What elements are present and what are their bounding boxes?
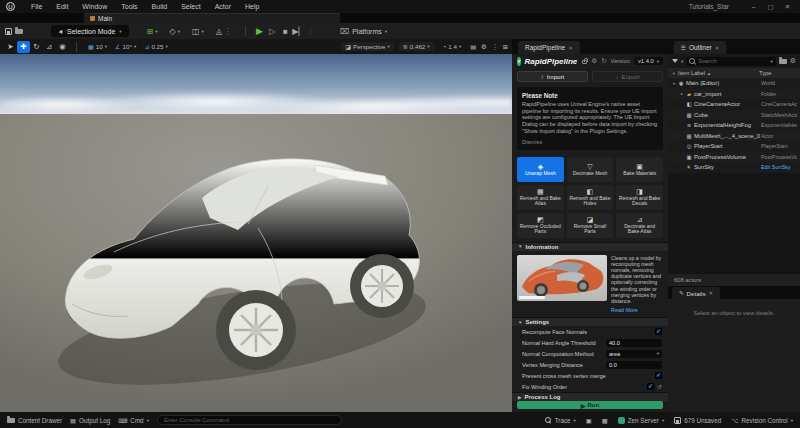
maximize-viewport-icon[interactable]: ⊞ xyxy=(503,43,508,50)
menu-item[interactable]: File xyxy=(24,0,49,13)
outliner-column-header[interactable]: ◐ Item Label ▲ Type xyxy=(668,68,800,78)
outliner-settings-icon[interactable]: ⚙ xyxy=(790,57,796,65)
minimize-button[interactable]: – xyxy=(745,0,762,13)
setting-dropdown[interactable]: area▾ xyxy=(606,350,662,358)
scale-snap-toggle[interactable]: ⊿0.25▾ xyxy=(144,43,168,50)
blueprints-button[interactable]: ◇▾ xyxy=(170,27,180,36)
setting-checkbox[interactable]: ✓ xyxy=(655,328,662,335)
outliner-row[interactable]: ▸ ▰ car_import Folder xyxy=(668,89,800,100)
exposure-dropdown[interactable]: ≋0.462▾ xyxy=(399,42,434,51)
actor-label[interactable]: CineCameraActor xyxy=(694,101,761,107)
setting-value-field[interactable]: 0.0 xyxy=(606,361,662,369)
platforms-dropdown[interactable]: ⌧ Platforms ▾ xyxy=(340,27,387,36)
console-command-box[interactable] xyxy=(157,415,342,425)
output-log-button[interactable]: ▤ Output Log xyxy=(70,417,110,424)
actor-label[interactable]: PlayerStart xyxy=(694,143,761,149)
preset-button[interactable]: ◨ Remesh and Bake Decals xyxy=(616,185,663,210)
trace-dropdown[interactable]: Trace ▾ xyxy=(545,417,576,424)
actor-label[interactable]: Main (Editor) xyxy=(686,80,761,86)
outliner-row[interactable]: ▦ Cube StaticMeshActor xyxy=(668,110,800,121)
preset-button[interactable]: ◧ Remesh and Bake Holes xyxy=(567,185,614,210)
menu-item[interactable]: Edit xyxy=(49,0,75,13)
tab-rapidpipeline[interactable]: RapidPipeline ✕ xyxy=(518,41,580,54)
selection-mode-dropdown[interactable]: ➤ Selection Mode ▾ xyxy=(51,25,129,37)
setting-checkbox[interactable]: ✓ xyxy=(655,372,662,379)
cinematics-button[interactable]: ◫▾ xyxy=(192,27,204,36)
filter-funnel-icon[interactable] xyxy=(672,59,678,63)
perspective-dropdown[interactable]: ◪Perspective▾ xyxy=(341,42,393,51)
save-icon[interactable] xyxy=(5,28,12,35)
content-browser-icon[interactable] xyxy=(15,29,23,34)
menu-item[interactable]: Build xyxy=(145,0,175,13)
scale-tool-button[interactable]: ⊿ xyxy=(43,41,56,53)
setting-value-field[interactable]: 40.0 xyxy=(606,339,662,347)
tab-outliner[interactable]: ☰ Outliner ✕ xyxy=(674,41,726,54)
editor-modes-button[interactable]: ◬⋮ xyxy=(216,27,232,36)
setting-checkbox[interactable]: ✓ xyxy=(647,383,654,390)
settings-section-header[interactable]: ▼ Settings xyxy=(512,317,668,326)
car-model[interactable] xyxy=(52,136,432,386)
information-section-header[interactable]: ▼ Information xyxy=(512,242,668,251)
viewport-3d[interactable] xyxy=(0,54,512,412)
skip-button[interactable]: ▶▏ xyxy=(292,27,305,36)
menu-item[interactable]: Actor xyxy=(208,0,238,13)
outliner-row[interactable]: ☀ SunSky Edit SunSky xyxy=(668,162,800,173)
screenshot-icon[interactable]: ▤ xyxy=(470,43,476,50)
actor-label[interactable]: SunSky xyxy=(694,164,761,170)
zen-server-status[interactable]: Zen Server ▾ xyxy=(618,417,664,424)
camera-speed-control[interactable]: ◔1.4▾ xyxy=(443,43,462,50)
actor-label[interactable]: car_import xyxy=(694,91,761,97)
outliner-row[interactable]: ▣ PostProcessVolume PostProcessVolume xyxy=(668,152,800,163)
close-button[interactable]: ✕ xyxy=(779,0,796,13)
move-tool-button[interactable]: ✚ xyxy=(17,41,30,53)
package-icon[interactable]: ▦ xyxy=(602,417,608,424)
dismiss-link[interactable]: Dismiss xyxy=(522,139,658,145)
menu-item[interactable]: Tools xyxy=(114,0,144,13)
preset-button[interactable]: ◩ Remove Occluded Parts xyxy=(517,213,564,238)
play-options-dots[interactable]: ⋮ xyxy=(307,27,314,35)
close-tab-icon[interactable]: ✕ xyxy=(715,45,720,51)
select-tool-button[interactable]: ➤ xyxy=(4,41,17,53)
outliner-row[interactable]: ◎ PlayerStart PlayerStart xyxy=(668,141,800,152)
rotate-tool-button[interactable]: ↻ xyxy=(30,41,43,53)
viewport-settings-icon[interactable]: ⚙ xyxy=(481,43,487,50)
preset-button[interactable]: ◈ Unwrap Mesh xyxy=(517,157,564,182)
tab-details[interactable]: ✎ Details ✕ xyxy=(672,287,720,299)
reset-to-default-icon[interactable]: ↺ xyxy=(657,383,662,390)
notifications-icon[interactable]: ▣ xyxy=(586,417,592,424)
outliner-search-box[interactable]: ▾ xyxy=(686,57,775,66)
viewport-options-dots[interactable]: ⋮ xyxy=(492,43,498,50)
unreal-logo-icon[interactable]: U xyxy=(6,2,15,11)
menu-item[interactable]: Help xyxy=(238,0,266,13)
version-dropdown[interactable]: v1.4.0▾ xyxy=(634,57,663,65)
play-alt-button[interactable]: ▷ xyxy=(266,27,279,36)
coordinate-system-button[interactable]: ◉ xyxy=(56,41,69,53)
actor-label[interactable]: MultiMesh_..._4_scene_0 xyxy=(694,133,761,139)
actor-label[interactable]: PostProcessVolume xyxy=(694,154,761,160)
menu-item[interactable]: Select xyxy=(174,0,207,13)
console-input[interactable] xyxy=(164,417,335,423)
preset-button[interactable]: ◪ Remove Small Parts xyxy=(567,213,614,238)
preset-button[interactable]: ▣ Bake Materials xyxy=(616,157,663,182)
import-button[interactable]: ↑Import xyxy=(517,71,588,82)
stop-button[interactable]: ■ xyxy=(279,27,292,36)
grid-snap-toggle[interactable]: ▦10▾ xyxy=(88,43,107,50)
refresh-icon[interactable]: ↻ xyxy=(601,57,606,65)
search-input[interactable] xyxy=(698,58,768,64)
outliner-row[interactable]: ≋ ExponentialHeightFog ExponentialHeight… xyxy=(668,120,800,131)
type-column[interactable]: Type xyxy=(759,70,795,76)
chevron-down-icon[interactable]: ▾ xyxy=(681,59,683,64)
actor-label[interactable]: Cube xyxy=(694,112,761,118)
actor-label[interactable]: ExponentialHeightFog xyxy=(694,122,761,128)
close-tab-icon[interactable]: ✕ xyxy=(709,290,714,296)
rotation-snap-toggle[interactable]: ∠10°▾ xyxy=(115,43,136,50)
run-button[interactable]: ▶ Run xyxy=(517,401,663,409)
content-drawer-button[interactable]: Content Drawer xyxy=(7,417,62,424)
play-button[interactable]: ▶ xyxy=(253,26,266,36)
outliner-row[interactable]: ▦ MultiMesh_..._4_scene_0 Actor xyxy=(668,131,800,142)
menu-item[interactable]: Window xyxy=(75,0,114,13)
settings-gear-icon[interactable]: ⚙ xyxy=(591,57,597,65)
outliner-row[interactable]: ▾ ◉ Main (Editor) World xyxy=(668,78,800,89)
outliner-row[interactable]: ◧ CineCameraActor CineCameraActor xyxy=(668,99,800,110)
read-more-link[interactable]: Read More xyxy=(611,307,663,313)
